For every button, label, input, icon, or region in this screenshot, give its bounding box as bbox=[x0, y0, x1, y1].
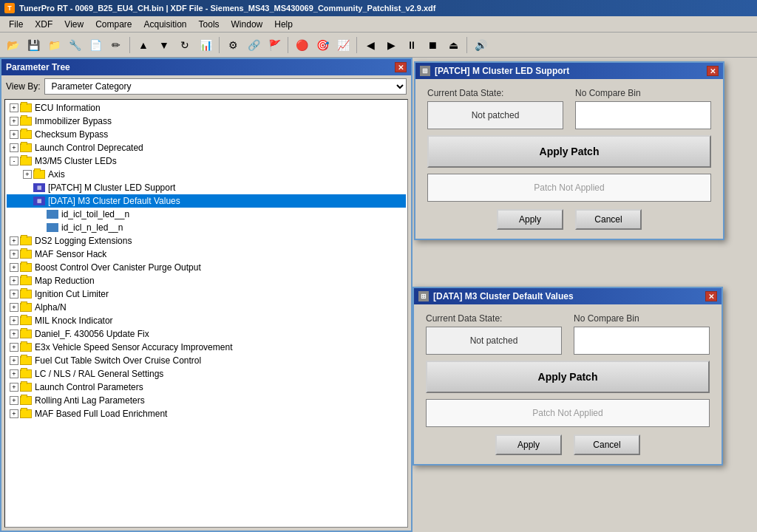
tree-expand-btn[interactable]: + bbox=[10, 263, 18, 272]
folder-btn[interactable]: 📁 bbox=[44, 35, 64, 55]
tree-item[interactable]: +E3x Vehicle Speed Sensor Accuracy Impro… bbox=[7, 341, 406, 354]
menu-item-tools[interactable]: Tools bbox=[193, 18, 225, 31]
folder-icon bbox=[20, 117, 32, 126]
tree-expand-btn[interactable]: + bbox=[10, 343, 18, 352]
dialog2-icon: ⊞ bbox=[418, 291, 429, 301]
tree-expand-btn[interactable]: + bbox=[10, 250, 18, 259]
tree-item[interactable]: +Alpha/N bbox=[7, 301, 406, 314]
tree-expand-btn[interactable]: + bbox=[10, 117, 18, 126]
doc-btn[interactable]: 📄 bbox=[86, 35, 105, 55]
menu-item-file[interactable]: File bbox=[3, 18, 29, 31]
tree-item[interactable]: +Rolling Anti Lag Parameters bbox=[7, 394, 406, 407]
tree-expand-btn[interactable]: + bbox=[10, 383, 18, 392]
dialog2-apply-btn[interactable]: Apply bbox=[495, 434, 562, 455]
prev-btn[interactable]: ◀ bbox=[361, 35, 380, 55]
dialog1-apply-patch-btn[interactable]: Apply Patch bbox=[427, 135, 711, 168]
tree-item[interactable]: +Fuel Cut Table Switch Over Cruise Contr… bbox=[7, 354, 406, 367]
graph-btn[interactable]: 📈 bbox=[333, 35, 353, 55]
tree-item[interactable]: +Immobilizer Bypass bbox=[7, 115, 406, 128]
stop-btn[interactable]: ⏹ bbox=[423, 35, 442, 55]
tree-item[interactable]: ▦[DATA] M3 Cluster Default Values bbox=[7, 194, 406, 208]
tree-item[interactable]: +Boost Control Over Canister Purge Outpu… bbox=[7, 261, 406, 274]
tree-expand-btn[interactable]: + bbox=[10, 103, 18, 112]
dialog1-close-btn[interactable]: ✕ bbox=[707, 66, 719, 76]
tree-expand-btn[interactable]: + bbox=[10, 396, 18, 405]
tree-item[interactable]: ▦[PATCH] M Cluster LED Support bbox=[7, 181, 406, 194]
dialog2-apply-patch-btn[interactable]: Apply Patch bbox=[426, 361, 710, 393]
target-btn[interactable]: 🎯 bbox=[313, 35, 332, 55]
tree-expand-btn[interactable]: + bbox=[10, 356, 18, 365]
tree-expand-btn[interactable]: + bbox=[10, 316, 18, 325]
tree-item[interactable]: id_icl_toil_led__n bbox=[7, 208, 406, 221]
eject-btn[interactable]: ⏏ bbox=[444, 35, 463, 55]
menu-item-view[interactable]: View bbox=[58, 18, 89, 31]
record-btn[interactable]: 🔴 bbox=[292, 35, 311, 55]
param-tree-close[interactable]: ✕ bbox=[395, 62, 407, 72]
tree-item[interactable]: +Launch Control Deprecated bbox=[7, 141, 406, 154]
dialog1-patch-result: Patch Not Applied bbox=[427, 174, 711, 202]
tree-expand-btn[interactable]: + bbox=[10, 130, 18, 139]
tree-expand-btn[interactable]: + bbox=[23, 170, 32, 179]
up-btn[interactable]: ▲ bbox=[134, 35, 153, 55]
dialog1-compare-col: No Compare Bin bbox=[575, 88, 711, 129]
tree-expand-btn[interactable]: + bbox=[10, 276, 18, 285]
dialog2-close-btn[interactable]: ✕ bbox=[705, 291, 717, 301]
tree-item[interactable]: +ECU Information bbox=[7, 101, 406, 115]
tree-item[interactable]: +Checksum Bypass bbox=[7, 128, 406, 141]
tree-item[interactable]: +LC / NLS / RAL General Settings bbox=[7, 367, 406, 381]
tree-item[interactable]: +Daniel_F. 430056 Update Fix bbox=[7, 327, 406, 341]
tool-btn[interactable]: 🔧 bbox=[65, 35, 84, 55]
tree-item[interactable]: +Map Reduction bbox=[7, 274, 406, 287]
flag-btn[interactable]: 🚩 bbox=[265, 35, 284, 55]
refresh-btn[interactable]: ↻ bbox=[175, 35, 194, 55]
tree-expand-btn[interactable]: + bbox=[10, 303, 18, 312]
link-btn[interactable]: 🔗 bbox=[244, 35, 263, 55]
tree-expand-btn[interactable]: + bbox=[10, 369, 18, 378]
pause-btn[interactable]: ⏸ bbox=[402, 35, 421, 55]
tree-item-label: id_icl_toil_led__n bbox=[61, 209, 129, 219]
tree-item[interactable]: id_icl_n_led__n bbox=[7, 221, 406, 234]
tree-item[interactable]: +MAF Sensor Hack bbox=[7, 248, 406, 261]
tree-item[interactable]: +Axis bbox=[7, 168, 406, 181]
dialog1-cancel-btn[interactable]: Cancel bbox=[575, 209, 642, 230]
dialog2-current-state-col: Current Data State: Not patched bbox=[426, 313, 562, 355]
param-tree-titlebar: Parameter Tree ✕ bbox=[1, 59, 411, 75]
vol-btn[interactable]: 🔊 bbox=[471, 35, 490, 55]
menu-item-acquisition[interactable]: Acquisition bbox=[138, 18, 193, 31]
play-btn[interactable]: ▶ bbox=[381, 35, 401, 55]
tree-expand-btn[interactable]: + bbox=[10, 330, 18, 338]
tree-expand-btn[interactable]: + bbox=[10, 236, 18, 245]
open-btn[interactable]: 📂 bbox=[3, 35, 22, 55]
dialog2-buttons: Apply Cancel bbox=[426, 434, 710, 455]
dialog2-cancel-btn[interactable]: Cancel bbox=[574, 434, 640, 455]
view-by-select[interactable]: Parameter Category bbox=[44, 78, 407, 95]
tree-container[interactable]: +ECU Information+Immobilizer Bypass+Chec… bbox=[4, 99, 408, 528]
folder-icon bbox=[20, 330, 32, 338]
tree-item[interactable]: +Launch Control Parameters bbox=[7, 381, 406, 394]
title-bar: T TunerPro RT - 0069_B25_EU4_CH.bin | XD… bbox=[0, 0, 757, 16]
menu-item-window[interactable]: Window bbox=[225, 18, 269, 31]
tree-item-label: Map Reduction bbox=[35, 276, 95, 286]
dialog1-apply-btn[interactable]: Apply bbox=[497, 209, 563, 230]
view-by-row: View By: Parameter Category bbox=[1, 75, 411, 98]
tree-item[interactable]: +DS2 Logging Extensions bbox=[7, 234, 406, 248]
tree-item[interactable]: +Ignition Cut Limiter bbox=[7, 287, 406, 301]
menu-item-compare[interactable]: Compare bbox=[89, 18, 138, 31]
dialog1-compare-label: No Compare Bin bbox=[575, 88, 711, 98]
folder-icon bbox=[20, 369, 32, 378]
tree-item[interactable]: +MIL Knock Indicator bbox=[7, 314, 406, 327]
tree-expand-btn[interactable]: - bbox=[10, 157, 18, 166]
save-btn[interactable]: 💾 bbox=[24, 35, 43, 55]
chart-btn[interactable]: 📊 bbox=[196, 35, 215, 55]
edit-btn[interactable]: ✏ bbox=[106, 35, 126, 55]
tree-expand-btn[interactable]: + bbox=[10, 143, 18, 152]
menu-item-help[interactable]: Help bbox=[268, 18, 299, 31]
menu-item-xdf[interactable]: XDF bbox=[29, 18, 58, 31]
tree-item[interactable]: +MAF Based Full Load Enrichment bbox=[7, 407, 406, 420]
settings-btn[interactable]: ⚙ bbox=[223, 35, 242, 55]
tree-item[interactable]: -M3/M5 Cluster LEDs bbox=[7, 154, 406, 168]
window-title: TunerPro RT - 0069_B25_EU4_CH.bin | XDF … bbox=[19, 4, 435, 13]
tree-expand-btn[interactable]: + bbox=[10, 409, 18, 418]
down-btn[interactable]: ▼ bbox=[155, 35, 174, 55]
tree-expand-btn[interactable]: + bbox=[10, 290, 18, 299]
